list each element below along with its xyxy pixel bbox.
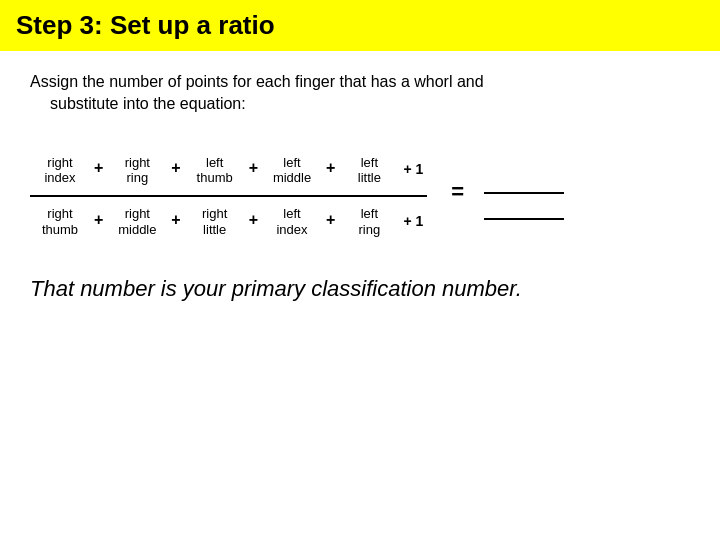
equals-sign: = <box>451 179 464 211</box>
num-left-middle: leftmiddle <box>262 152 322 189</box>
equals-section: = <box>441 179 474 213</box>
den-right-little: rightlittle <box>185 203 245 240</box>
plus-one-top: + 1 <box>399 161 427 179</box>
result-top-line <box>484 172 564 194</box>
plus-one-bottom: + 1 <box>399 213 427 231</box>
num-right-index: rightindex <box>30 152 90 189</box>
main-content: Assign the number of points for each fin… <box>0 51 720 322</box>
denominator-row: rightthumb + rightmiddle + rightlittle +… <box>30 197 427 246</box>
main-fraction: rightindex + rightring + leftthumb + lef… <box>30 146 427 246</box>
instruction-text: Assign the number of points for each fin… <box>30 71 690 116</box>
num-right-ring: rightring <box>107 152 167 189</box>
result-bottom-line <box>484 198 564 220</box>
den-right-middle: rightmiddle <box>107 203 167 240</box>
num-left-little: leftlittle <box>339 152 399 189</box>
den-right-thumb: rightthumb <box>30 203 90 240</box>
result-section <box>484 172 564 220</box>
num-left-thumb: leftthumb <box>185 152 245 189</box>
conclusion-text: That number is your primary classificati… <box>30 276 690 302</box>
page-title: Step 3: Set up a ratio <box>0 0 720 51</box>
equation-section: rightindex + rightring + leftthumb + lef… <box>30 146 690 246</box>
den-left-ring: leftring <box>339 203 399 240</box>
den-left-index: leftindex <box>262 203 322 240</box>
numerator-row: rightindex + rightring + leftthumb + lef… <box>30 146 427 195</box>
